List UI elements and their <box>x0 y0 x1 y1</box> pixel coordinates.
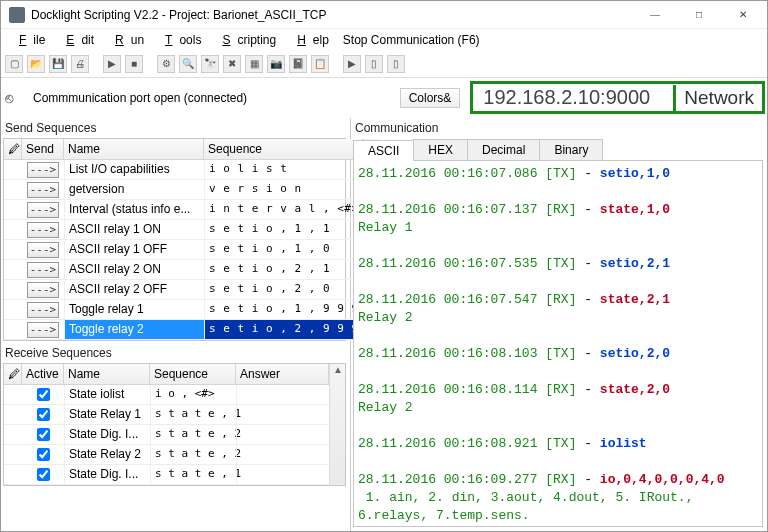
recv-row-sequence[interactable]: s t a t e , 1 <box>150 465 236 484</box>
recv-active-checkbox[interactable] <box>37 388 50 401</box>
send-grid-corner[interactable]: 🖉 <box>4 139 22 159</box>
recv-row-answer[interactable] <box>236 425 329 444</box>
send-row-sequence[interactable]: i n t e r v a l , <#> <box>204 200 363 219</box>
send-button[interactable]: ---> <box>27 302 59 318</box>
toolbar-clipboard-icon[interactable]: 📋 <box>311 55 329 73</box>
recv-active-checkbox[interactable] <box>37 448 50 461</box>
connection-address[interactable]: 192.168.2.10:9000 <box>473 84 673 111</box>
send-button[interactable]: ---> <box>27 282 59 298</box>
toolbar-table-icon[interactable]: ▦ <box>245 55 263 73</box>
recv-row[interactable]: State iolisti o , <#> <box>4 385 329 405</box>
toolbar-clear-icon[interactable]: ✖ <box>223 55 241 73</box>
toolbar-notebook-icon[interactable]: 📓 <box>289 55 307 73</box>
send-row-name[interactable]: Toggle relay 1 <box>64 300 204 319</box>
recv-col-name[interactable]: Name <box>64 364 150 384</box>
recv-row-answer[interactable] <box>236 385 329 404</box>
send-row-sequence[interactable]: s e t i o , 2 , 9 9 9 <box>204 320 363 339</box>
send-row-sequence[interactable]: s e t i o , 2 , 1 <box>204 260 363 279</box>
send-row[interactable]: --->ASCII relay 2 OFFs e t i o , 2 , 0 <box>4 280 363 300</box>
toolbar-page-icon[interactable]: ▯ <box>365 55 383 73</box>
send-row[interactable]: --->ASCII relay 1 ONs e t i o , 1 , 1 <box>4 220 363 240</box>
maximize-button[interactable]: □ <box>677 2 721 28</box>
send-button[interactable]: ---> <box>27 242 59 258</box>
toolbar-new-icon[interactable]: ▢ <box>5 55 23 73</box>
recv-row-sequence[interactable]: i o , <#> <box>150 385 236 404</box>
send-row[interactable]: --->ASCII relay 2 ONs e t i o , 2 , 1 <box>4 260 363 280</box>
recv-row-sequence[interactable]: s t a t e , 2 <box>150 425 236 444</box>
send-row-name[interactable]: ASCII relay 2 OFF <box>64 280 204 299</box>
send-row-name[interactable]: ASCII relay 1 OFF <box>64 240 204 259</box>
tab-ascii[interactable]: ASCII <box>353 140 414 161</box>
send-row-name[interactable]: Toggle relay 2 <box>64 320 204 339</box>
connection-mode[interactable]: Network <box>673 85 762 111</box>
toolbar-print-icon[interactable]: 🖨 <box>71 55 89 73</box>
menu-help[interactable]: Help <box>283 31 336 49</box>
recv-col-active[interactable]: Active <box>22 364 64 384</box>
recv-row-name[interactable]: State Dig. I... <box>64 425 150 444</box>
toolbar-run-script-icon[interactable]: ▶ <box>343 55 361 73</box>
recv-active-checkbox[interactable] <box>37 468 50 481</box>
recv-row-name[interactable]: State iolist <box>64 385 150 404</box>
toolbar-save-icon[interactable]: 💾 <box>49 55 67 73</box>
toolbar-camera-icon[interactable]: 📷 <box>267 55 285 73</box>
close-button[interactable]: ✕ <box>721 2 765 28</box>
recv-row-answer[interactable] <box>236 465 329 484</box>
send-row-sequence[interactable]: i o l i s t <box>204 160 363 179</box>
minimize-button[interactable]: — <box>633 2 677 28</box>
recv-row-name[interactable]: State Relay 1 <box>64 405 150 424</box>
send-row-sequence[interactable]: v e r s i o n <box>204 180 363 199</box>
toolbar-play-icon[interactable]: ▶ <box>103 55 121 73</box>
tab-binary[interactable]: Binary <box>539 139 603 160</box>
recv-row-sequence[interactable]: s t a t e , 2 <box>150 445 236 464</box>
recv-row-name[interactable]: State Relay 2 <box>64 445 150 464</box>
recv-row[interactable]: State Relay 2s t a t e , 2 <box>4 445 329 465</box>
recv-row[interactable]: State Dig. I...s t a t e , 1 <box>4 465 329 485</box>
menu-run[interactable]: Run <box>101 31 151 49</box>
menu-edit[interactable]: Edit <box>52 31 101 49</box>
colors-button[interactable]: Colors& <box>400 88 461 108</box>
recv-row-answer[interactable] <box>236 405 329 424</box>
recv-active-checkbox[interactable] <box>37 408 50 421</box>
send-col-sequence[interactable]: Sequence <box>204 139 363 159</box>
recv-row[interactable]: State Dig. I...s t a t e , 2 <box>4 425 329 445</box>
communication-log[interactable]: 28.11.2016 00:16:07.086 [TX] - setio,1,0… <box>353 161 763 527</box>
send-row-name[interactable]: ASCII relay 1 ON <box>64 220 204 239</box>
recv-grid-scrollbar[interactable]: ▲ <box>329 364 345 485</box>
send-row[interactable]: --->getversionv e r s i o n <box>4 180 363 200</box>
send-row-name[interactable]: Interval (status info e... <box>64 200 204 219</box>
tab-hex[interactable]: HEX <box>413 139 468 160</box>
send-row[interactable]: --->List I/O capabilitiesi o l i s t <box>4 160 363 180</box>
send-row-sequence[interactable]: s e t i o , 2 , 0 <box>204 280 363 299</box>
recv-row-name[interactable]: State Dig. I... <box>64 465 150 484</box>
send-row-name[interactable]: ASCII relay 2 ON <box>64 260 204 279</box>
send-row[interactable]: --->ASCII relay 1 OFFs e t i o , 1 , 0 <box>4 240 363 260</box>
send-col-name[interactable]: Name <box>64 139 204 159</box>
send-row-sequence[interactable]: s e t i o , 1 , 1 <box>204 220 363 239</box>
toolbar-open-icon[interactable]: 📂 <box>27 55 45 73</box>
recv-col-sequence[interactable]: Sequence <box>150 364 236 384</box>
menu-file[interactable]: File <box>5 31 52 49</box>
send-button[interactable]: ---> <box>27 182 59 198</box>
send-button[interactable]: ---> <box>27 262 59 278</box>
send-row[interactable]: --->Toggle relay 2s e t i o , 2 , 9 9 9 <box>4 320 363 340</box>
tab-decimal[interactable]: Decimal <box>467 139 540 160</box>
recv-row-answer[interactable] <box>236 445 329 464</box>
send-button[interactable]: ---> <box>27 162 59 178</box>
toolbar-stop-icon[interactable]: ■ <box>125 55 143 73</box>
send-button[interactable]: ---> <box>27 222 59 238</box>
recv-grid-corner[interactable]: 🖉 <box>4 364 22 384</box>
toolbar-page2-icon[interactable]: ▯ <box>387 55 405 73</box>
send-row[interactable]: --->Interval (status info e...i n t e r … <box>4 200 363 220</box>
recv-row[interactable]: State Relay 1s t a t e , 1 <box>4 405 329 425</box>
menu-stop-communication[interactable]: Stop Communication (F6) <box>336 31 487 49</box>
recv-active-checkbox[interactable] <box>37 428 50 441</box>
toolbar-binoculars-icon[interactable]: 🔭 <box>201 55 219 73</box>
recv-col-answer[interactable]: Answer <box>236 364 329 384</box>
menu-tools[interactable]: Tools <box>151 31 208 49</box>
menu-scripting[interactable]: Scripting <box>208 31 283 49</box>
recv-row-sequence[interactable]: s t a t e , 1 <box>150 405 236 424</box>
send-row-sequence[interactable]: s e t i o , 1 , 9 9 9 <box>204 300 363 319</box>
toolbar-settings-icon[interactable]: ⚙ <box>157 55 175 73</box>
send-row-sequence[interactable]: s e t i o , 1 , 0 <box>204 240 363 259</box>
send-button[interactable]: ---> <box>27 322 59 338</box>
